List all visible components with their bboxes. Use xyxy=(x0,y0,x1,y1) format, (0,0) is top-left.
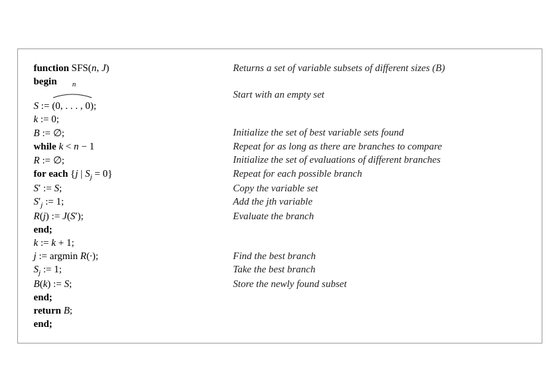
line-begin: begin xyxy=(34,74,526,88)
comment-text: Copy the variable set xyxy=(233,183,318,193)
foreach-condition: {j | Sj = 0} xyxy=(70,168,112,179)
keyword-while: while xyxy=(34,141,56,151)
comment-cell: Evaluate the branch xyxy=(233,210,526,223)
overbrace-content: (0, . . . , 0); xyxy=(52,89,96,112)
keyword-function: function xyxy=(34,62,69,73)
line-foreach: for each {j | Sj = 0} Repeat for each po… xyxy=(34,167,526,182)
j-argmin: j := argmin R(·); xyxy=(34,250,98,261)
code-cell: return B; xyxy=(34,304,233,318)
code-cell: R(j) := J(S′); xyxy=(34,210,233,223)
comment-cell: Find the best branch xyxy=(233,250,526,263)
keyword-foreach: for each xyxy=(34,168,68,179)
overbrace-svg xyxy=(52,90,93,99)
code-cell: end; xyxy=(34,223,233,237)
comment-cell xyxy=(233,223,526,237)
comment-cell xyxy=(233,74,526,88)
code-cell: begin xyxy=(34,74,233,88)
k-assign: k := 0; xyxy=(34,114,59,124)
line-while: while k < n − 1 Repeat for as long as th… xyxy=(34,140,526,153)
comment-text: Initialize the set of best variable sets… xyxy=(233,127,404,138)
line-k-init: k := 0; xyxy=(34,113,526,126)
code-cell: S := n (0, . . . , 0); xyxy=(34,88,233,113)
function-name: SFS(n, J) xyxy=(72,62,110,73)
code-cell: B(k) := S; xyxy=(34,278,233,291)
algorithm-table: function SFS(n, J) Returns a set of vari… xyxy=(34,61,526,331)
code-cell: end; xyxy=(34,291,233,304)
code-cell: S′j := 1; xyxy=(34,195,233,210)
comment-text: Initialize the set of evaluations of dif… xyxy=(233,154,441,165)
code-cell: R := ∅; xyxy=(34,153,233,167)
line-end-outer: end; xyxy=(34,318,526,331)
comment-cell: Returns a set of variable subsets of dif… xyxy=(233,61,526,74)
comment-cell: Add the jth variable xyxy=(233,195,526,210)
keyword-begin: begin xyxy=(34,76,57,86)
k-increment: k := k + 1; xyxy=(34,237,74,248)
keyword-end-inner: end; xyxy=(34,224,53,235)
overbrace-group: n (0, . . . , 0); xyxy=(52,89,96,112)
bk-assign: B(k) := S; xyxy=(34,278,72,289)
line-r-j: R(j) := J(S′); Evaluate the branch xyxy=(34,210,526,223)
sj-assign: Sj := 1; xyxy=(34,264,62,274)
keyword-return: return xyxy=(34,305,61,316)
comment-cell xyxy=(233,318,526,331)
line-header: function SFS(n, J) Returns a set of vari… xyxy=(34,61,526,74)
comment-text: Start with an empty set xyxy=(233,89,325,100)
line-bk-assign: B(k) := S; Store the newly found subset xyxy=(34,278,526,291)
line-s-init: S := n (0, . . . , 0); xyxy=(34,88,526,113)
line-argmin: j := argmin R(·); Find the best branch xyxy=(34,250,526,263)
algorithm-box: function SFS(n, J) Returns a set of vari… xyxy=(17,49,542,343)
keyword-end-outer: end; xyxy=(34,318,53,329)
comment-text: Take the best branch xyxy=(233,264,316,274)
comment-text: Find the best branch xyxy=(233,250,316,261)
comment-cell xyxy=(233,304,526,318)
comment-cell xyxy=(233,291,526,304)
line-end-while: end; xyxy=(34,291,526,304)
r-j-assign: R(j) := J(S′); xyxy=(34,211,84,221)
line-sprime-assign: S′ := S; Copy the variable set xyxy=(34,182,526,195)
line-return: return B; xyxy=(34,304,526,318)
r-assign: R := ∅; xyxy=(34,155,64,165)
code-cell: k := 0; xyxy=(34,113,233,126)
comment-text: Add the jth variable xyxy=(233,196,313,207)
code-cell: j := argmin R(·); xyxy=(34,250,233,263)
comment-cell xyxy=(233,237,526,250)
comment-text: Store the newly found subset xyxy=(233,278,347,289)
overbrace-label: n xyxy=(72,80,76,88)
sprime-assign: S′ := S; xyxy=(34,183,62,193)
comment-cell: Start with an empty set xyxy=(233,88,526,113)
comment-text: Evaluate the branch xyxy=(233,211,314,221)
line-k-inc: k := k + 1; xyxy=(34,237,526,250)
comment-cell: Initialize the set of evaluations of dif… xyxy=(233,153,526,167)
code-cell: end; xyxy=(34,318,233,331)
code-cell: function SFS(n, J) xyxy=(34,61,233,74)
line-sj-assign: Sj := 1; Take the best branch xyxy=(34,263,526,278)
line-b-init: B := ∅; Initialize the set of best varia… xyxy=(34,126,526,140)
s-assign: S := n (0, . . . , 0); xyxy=(34,100,96,111)
keyword-end-while: end; xyxy=(34,292,53,302)
comment-text: Repeat for each possible branch xyxy=(233,168,362,179)
line-sprime-j: S′j := 1; Add the jth variable xyxy=(34,195,526,210)
sprime-j-assign: S′j := 1; xyxy=(34,196,64,207)
while-condition: k < n − 1 xyxy=(58,141,94,151)
comment-cell xyxy=(233,113,526,126)
code-cell: S′ := S; xyxy=(34,182,233,195)
code-cell: for each {j | Sj = 0} xyxy=(34,167,233,182)
comment-cell: Initialize the set of best variable sets… xyxy=(233,126,526,140)
code-cell: while k < n − 1 xyxy=(34,140,233,153)
code-cell: B := ∅; xyxy=(34,126,233,140)
comment-cell: Repeat for each possible branch xyxy=(233,167,526,182)
comment-cell: Repeat for as long as there are branches… xyxy=(233,140,526,153)
line-end-inner: end; xyxy=(34,223,526,237)
comment-cell: Take the best branch xyxy=(233,263,526,278)
comment-cell: Copy the variable set xyxy=(233,182,526,195)
comment-cell: Store the newly found subset xyxy=(233,278,526,291)
return-value: B; xyxy=(64,305,72,316)
code-cell: Sj := 1; xyxy=(34,263,233,278)
comment-text: Repeat for as long as there are branches… xyxy=(233,141,443,151)
b-assign: B := ∅; xyxy=(34,128,64,138)
comment-text: Returns a set of variable subsets of dif… xyxy=(233,62,445,73)
line-r-init: R := ∅; Initialize the set of evaluation… xyxy=(34,153,526,167)
code-cell: k := k + 1; xyxy=(34,237,233,250)
